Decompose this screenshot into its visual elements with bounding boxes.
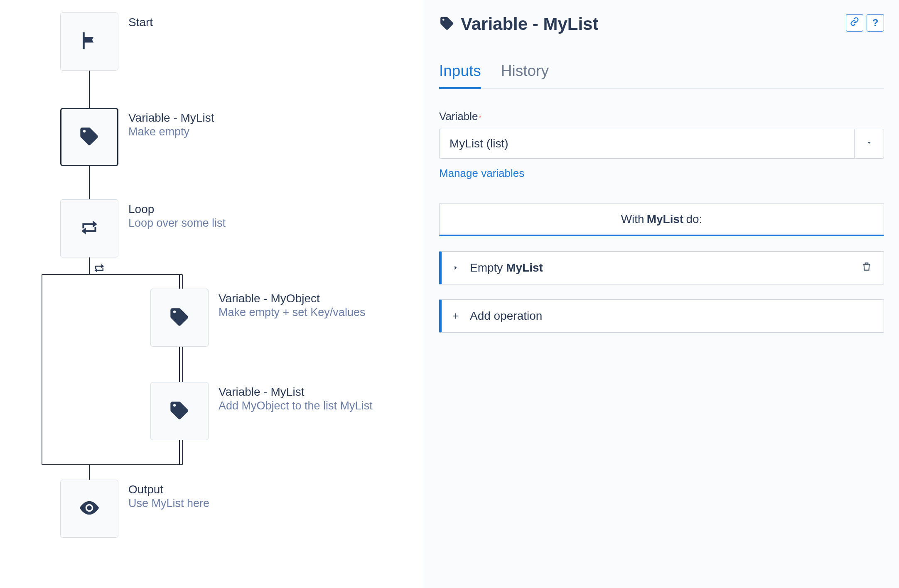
node-variable-myobject[interactable]: Variable - MyObject Make empty + set Key…	[150, 289, 365, 347]
link-button[interactable]	[846, 14, 863, 32]
panel-tabs: Inputs History	[439, 62, 884, 89]
variable-field-label: Variable*	[439, 110, 884, 123]
link-icon	[850, 17, 859, 29]
node-variable-myobject-box[interactable]	[150, 289, 209, 347]
node-variable-mylist-1-box[interactable]	[60, 108, 118, 166]
node-loop[interactable]: Loop Loop over some list	[60, 199, 226, 257]
add-operation-button[interactable]: Add operation	[439, 299, 884, 333]
manage-variables-link[interactable]: Manage variables	[439, 167, 524, 180]
node-loop-box[interactable]	[60, 199, 118, 257]
node-var2-title: Variable - MyObject	[219, 292, 365, 305]
node-var1-title: Variable - MyList	[128, 111, 214, 125]
eye-icon	[78, 496, 101, 521]
node-var2-sub: Make empty + set Key/values	[219, 306, 365, 319]
tag-icon	[439, 15, 455, 33]
node-start-box[interactable]	[60, 12, 118, 71]
tag-icon	[169, 306, 190, 329]
node-var3-title: Variable - MyList	[219, 385, 373, 399]
tag-icon	[79, 125, 100, 149]
node-start-title: Start	[128, 16, 153, 29]
help-button[interactable]: ?	[867, 14, 884, 32]
variable-select-value: MyList (list)	[450, 137, 508, 150]
variable-select-caret[interactable]	[854, 129, 884, 159]
required-mark: *	[479, 114, 481, 121]
with-do-banner: With MyList do:	[439, 203, 884, 236]
node-output-title: Output	[128, 483, 209, 496]
caret-down-icon	[865, 139, 873, 148]
chevron-right-icon	[450, 264, 462, 272]
variable-select[interactable]: MyList (list)	[439, 129, 854, 159]
plus-icon	[450, 311, 462, 321]
panel-title: Variable - MyList	[461, 14, 598, 34]
tag-icon	[169, 399, 190, 423]
node-output-box[interactable]	[60, 480, 118, 538]
trash-icon	[861, 262, 872, 274]
operation-empty-label: Empty MyList	[470, 261, 853, 274]
panel-header: Variable - MyList	[439, 14, 884, 34]
node-var1-sub: Make empty	[128, 125, 214, 138]
node-var3-sub: Add MyObject to the list MyList	[219, 399, 373, 412]
loop-icon	[79, 217, 100, 240]
help-icon: ?	[872, 17, 879, 29]
delete-operation-button[interactable]	[861, 261, 872, 275]
node-start[interactable]: Start	[60, 12, 153, 71]
node-output-sub: Use MyList here	[128, 497, 209, 510]
node-loop-sub: Loop over some list	[128, 217, 226, 230]
node-variable-mylist-2-box[interactable]	[150, 382, 209, 440]
flag-icon	[78, 29, 101, 54]
properties-panel: Variable - MyList ? Inputs History Varia…	[424, 0, 899, 588]
tab-history[interactable]: History	[501, 62, 549, 89]
node-loop-title: Loop	[128, 203, 226, 216]
node-variable-mylist-1[interactable]: Variable - MyList Make empty	[60, 108, 214, 166]
node-variable-mylist-2[interactable]: Variable - MyList Add MyObject to the li…	[150, 382, 373, 440]
operation-empty[interactable]: Empty MyList	[439, 251, 884, 284]
node-output[interactable]: Output Use MyList here	[60, 480, 209, 538]
workflow-canvas[interactable]: Start Variable - MyList Make empty	[0, 0, 424, 588]
add-operation-label: Add operation	[470, 309, 872, 323]
tab-inputs[interactable]: Inputs	[439, 62, 481, 89]
